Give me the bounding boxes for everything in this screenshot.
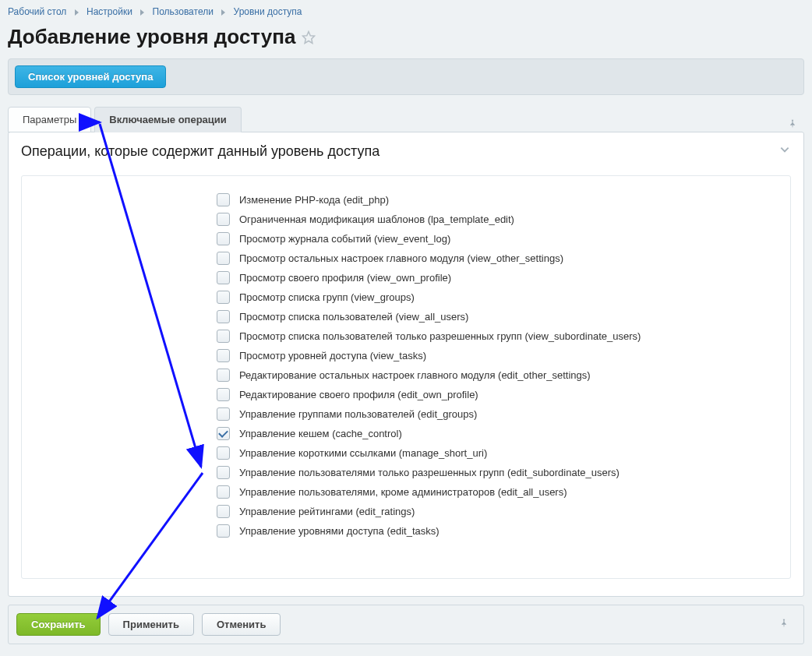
pin-icon[interactable] (787, 118, 804, 132)
operation-label: Ограниченная модификация шаблонов (lpa_t… (239, 213, 514, 225)
footer-actions: Сохранить Применить Отменить (8, 605, 804, 644)
star-icon[interactable] (302, 30, 316, 44)
operation-checkbox[interactable] (217, 193, 230, 206)
operation-label: Просмотр списка пользователей (view_all_… (239, 311, 468, 323)
operation-checkbox[interactable] (217, 232, 230, 245)
operation-row: Редактирование своего профиля (edit_own_… (217, 385, 782, 404)
operation-row: Просмотр списка пользователей (view_all_… (217, 307, 782, 326)
svg-marker-0 (303, 31, 315, 43)
operation-label: Управление короткими ссылками (manage_sh… (239, 447, 487, 459)
operation-label: Редактирование остальных настроек главно… (239, 369, 591, 381)
operation-checkbox[interactable] (217, 271, 230, 284)
operation-label: Управление пользователями, кроме админис… (239, 486, 567, 498)
operation-label: Просмотр списка групп (view_groups) (239, 291, 415, 303)
operation-row: Управление пользователями, кроме админис… (217, 482, 782, 502)
operation-row: Просмотр своего профиля (view_own_profil… (217, 268, 782, 287)
operation-row: Просмотр списка групп (view_groups) (217, 287, 782, 307)
breadcrumb-link[interactable]: Рабочий стол (8, 6, 66, 17)
operation-checkbox[interactable] (217, 252, 230, 265)
operation-checkbox[interactable] (217, 524, 230, 538)
apply-button[interactable]: Применить (108, 613, 194, 636)
breadcrumb-link[interactable]: Пользователи (153, 6, 214, 17)
operation-label: Управление кешем (cache_control) (239, 428, 402, 439)
operation-row: Управление уровнями доступа (edit_tasks) (217, 521, 782, 541)
page-title: Добавление уровня доступа (8, 25, 295, 49)
save-button[interactable]: Сохранить (16, 613, 101, 636)
operation-row: Просмотр уровней доступа (view_tasks) (217, 346, 782, 365)
tab-included-operations[interactable]: Включаемые операции (94, 107, 241, 132)
operation-label: Редактирование своего профиля (edit_own_… (239, 389, 478, 400)
chevron-down-icon[interactable] (778, 144, 791, 159)
operation-checkbox[interactable] (217, 407, 230, 421)
chevron-right-icon (75, 9, 79, 16)
operations-list: Изменение PHP-кода (edit_php)Ограниченна… (21, 175, 791, 579)
toolbar: Список уровней доступа (8, 58, 804, 95)
operation-label: Просмотр своего профиля (view_own_profil… (239, 272, 451, 284)
section-title: Операции, которые содержит данный уровен… (21, 143, 778, 160)
operation-label: Управление пользователями только разреше… (239, 467, 620, 478)
operation-label: Управление уровнями доступа (edit_tasks) (239, 525, 440, 537)
operation-checkbox[interactable] (217, 505, 230, 518)
breadcrumb-link[interactable]: Уровни доступа (234, 6, 302, 17)
pin-icon[interactable] (778, 618, 796, 631)
operations-panel: Операции, которые содержит данный уровен… (8, 132, 804, 597)
operation-checkbox[interactable] (217, 330, 230, 343)
operation-row: Управление группами пользователей (edit_… (217, 404, 782, 424)
operation-row: Управление кешем (cache_control) (217, 424, 782, 443)
operation-label: Просмотр списка пользователей только раз… (239, 330, 641, 342)
operation-checkbox[interactable] (217, 369, 230, 382)
operation-row: Ограниченная модификация шаблонов (lpa_t… (217, 210, 782, 229)
operation-checkbox[interactable] (217, 310, 230, 323)
operation-row: Редактирование остальных настроек главно… (217, 365, 782, 385)
operation-label: Просмотр остальных настроек главного мод… (239, 252, 563, 264)
operation-checkbox[interactable] (217, 446, 230, 460)
operation-label: Управление рейтингами (edit_ratings) (239, 506, 415, 517)
operation-label: Изменение PHP-кода (edit_php) (239, 194, 389, 206)
breadcrumb: Рабочий стол Настройки Пользователи Уров… (0, 0, 812, 20)
operation-checkbox[interactable] (217, 388, 230, 401)
tabs: Параметры Включаемые операции (8, 106, 804, 132)
operation-row: Просмотр остальных настроек главного мод… (217, 249, 782, 268)
access-levels-list-button[interactable]: Список уровней доступа (15, 65, 166, 88)
operation-checkbox[interactable] (217, 291, 230, 304)
chevron-right-icon (221, 9, 225, 16)
tab-parameters[interactable]: Параметры (8, 107, 91, 132)
operation-label: Просмотр уровней доступа (view_tasks) (239, 350, 426, 362)
operation-checkbox[interactable] (217, 485, 230, 499)
operation-row: Просмотр журнала событий (view_event_log… (217, 229, 782, 249)
operation-label: Управление группами пользователей (edit_… (239, 408, 477, 420)
chevron-right-icon (140, 9, 144, 16)
operation-row: Управление рейтингами (edit_ratings) (217, 502, 782, 521)
breadcrumb-link[interactable]: Настройки (86, 6, 132, 17)
operation-row: Изменение PHP-кода (edit_php) (217, 190, 782, 210)
operation-checkbox[interactable] (217, 349, 230, 362)
operation-checkbox[interactable] (217, 213, 230, 226)
operation-row: Управление пользователями только разреше… (217, 463, 782, 482)
operation-row: Просмотр списка пользователей только раз… (217, 326, 782, 346)
operation-checkbox[interactable] (217, 427, 230, 440)
operation-checkbox[interactable] (217, 466, 230, 479)
operation-row: Управление короткими ссылками (manage_sh… (217, 443, 782, 463)
cancel-button[interactable]: Отменить (202, 613, 281, 636)
operation-label: Просмотр журнала событий (view_event_log… (239, 233, 450, 245)
